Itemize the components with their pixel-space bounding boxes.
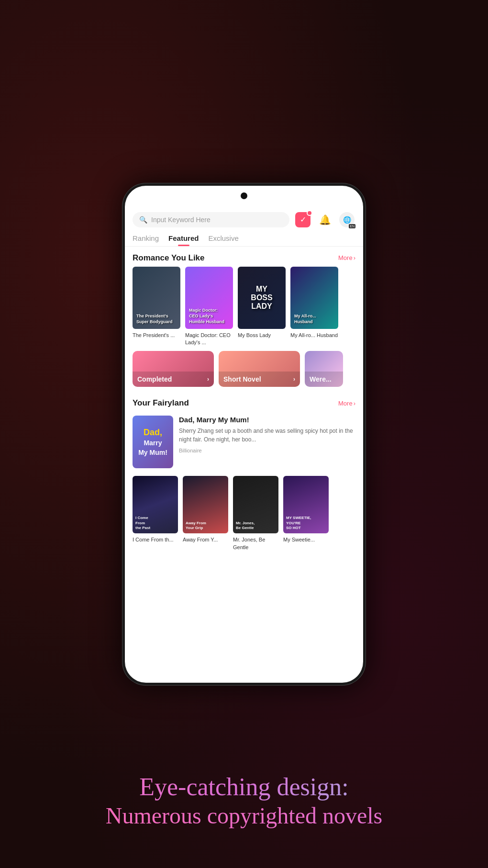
globe-button[interactable]: 🌐 EN [338,211,355,228]
featured-book-info: Dad, Marry My Mum! Sherry Zhang set up a… [179,416,355,468]
tab-featured[interactable]: Featured [168,234,199,246]
romance-more-link[interactable]: More › [338,254,355,261]
small-book-away[interactable]: Away FromYour Grip Away From Y... [183,476,228,551]
small-books-scroll[interactable]: I ComeFromthe Past I Come From th... Awa… [125,472,363,555]
bottom-padding [125,555,363,574]
featured-book-tag: Billionaire [179,448,355,453]
cat-arrow-short: › [293,376,295,383]
book-cover-president: The President'sSuper Bodyguard [133,267,180,329]
small-title-away: Away From Y... [183,536,228,543]
calendar-button[interactable]: ✓ [294,211,311,228]
chevron-right-icon: › [354,254,355,261]
small-book-come-past[interactable]: I ComeFromthe Past I Come From th... [133,476,178,551]
small-title-sweetie: My Sweetie... [283,536,329,543]
calendar-icon: ✓ [295,212,311,227]
small-cover-jones: Mr. Jones,Be Gentle [233,476,278,533]
book-item-magic[interactable]: Magic Doctor:CEO Lady'sHumble Husband Ma… [185,267,233,347]
globe-icon: 🌐 EN [339,212,355,227]
book-item-allro[interactable]: My All-ro...Husband My All-ro... Husband [290,267,338,347]
category-scroll[interactable]: Completed › Short Novel › Were... [125,346,363,392]
book-title-president: The President's ... [133,332,180,339]
small-cover-away: Away FromYour Grip [183,476,228,533]
small-title-come-past: I Come From th... [133,536,178,543]
featured-book-desc: Sherry Zhang set up a booth and she was … [179,427,355,444]
featured-book-cover: Dad, Marry My Mum! [133,416,173,468]
small-title-jones: Mr. Jones, Be Gentle [233,536,278,551]
category-label-short: Short Novel › [219,372,300,387]
search-icon: 🔍 [139,216,147,224]
featured-book-item[interactable]: Dad, Marry My Mum! Dad, Marry My Mum! Sh… [125,412,363,472]
book-title-boss: My Boss Lady [238,332,286,339]
category-were[interactable]: Were... [305,351,343,387]
chevron-right-icon-fairyland: › [354,400,355,407]
romance-books-scroll[interactable]: The President'sSuper Bodyguard The Presi… [125,267,363,347]
screen-content: 🔍 Input Keyword Here ✓ 🔔 🌐 EN [125,186,363,683]
fairyland-title: Your Fairyland [133,398,189,408]
romance-section-header: Romance You Like More › [125,247,363,267]
book-item-president[interactable]: The President'sSuper Bodyguard The Presi… [133,267,180,347]
fairyland-section-header: Your Fairyland More › [125,392,363,412]
phone-screen: 🔍 Input Keyword Here ✓ 🔔 🌐 EN [125,186,363,683]
phone-frame: 🔍 Input Keyword Here ✓ 🔔 🌐 EN [122,183,366,686]
book-item-boss[interactable]: MYBOSSLADY My Boss Lady [238,267,286,347]
category-short-novel[interactable]: Short Novel › [219,351,300,387]
small-cover-come-past: I ComeFromthe Past [133,476,178,533]
bell-icon: 🔔 [319,214,331,225]
tab-ranking[interactable]: Ranking [133,234,159,246]
romance-title: Romance You Like [133,253,205,263]
search-placeholder: Input Keyword Here [151,216,211,224]
language-label: EN [349,224,355,228]
small-book-jones[interactable]: Mr. Jones,Be Gentle Mr. Jones, Be Gentle [233,476,278,551]
fairyland-more-link[interactable]: More › [338,400,355,407]
search-bar[interactable]: 🔍 Input Keyword Here [133,212,289,227]
bell-button[interactable]: 🔔 [316,211,333,228]
book-title-allro: My All-ro... Husband [290,332,338,339]
featured-book-title: Dad, Marry My Mum! [179,416,355,424]
tab-bar: Ranking Featured Exclusive [125,232,363,246]
category-completed[interactable]: Completed › [133,351,214,387]
book-cover-allro: My All-ro...Husband [290,267,338,329]
small-cover-sweetie: MY SWEETIE,YOU'RESO HOT [283,476,329,533]
book-title-magic: Magic Doctor: CEO Lady's ... [185,332,233,347]
book-cover-boss: MYBOSSLADY [238,267,286,329]
small-book-sweetie[interactable]: MY SWEETIE,YOU'RESO HOT My Sweetie... [283,476,329,551]
category-label-were: Were... [305,372,343,387]
book-cover-magic: Magic Doctor:CEO Lady'sHumble Husband [185,267,233,329]
search-area: 🔍 Input Keyword Here ✓ 🔔 🌐 EN [125,207,363,232]
camera-notch [241,192,247,199]
tab-exclusive[interactable]: Exclusive [208,234,238,246]
